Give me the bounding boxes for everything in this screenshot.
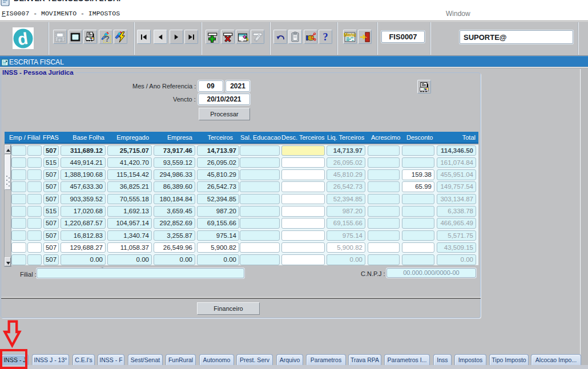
svg-text:?: ? <box>323 31 328 43</box>
svg-text:Menu: Menu <box>344 33 356 38</box>
svg-text:?: ? <box>104 35 109 43</box>
